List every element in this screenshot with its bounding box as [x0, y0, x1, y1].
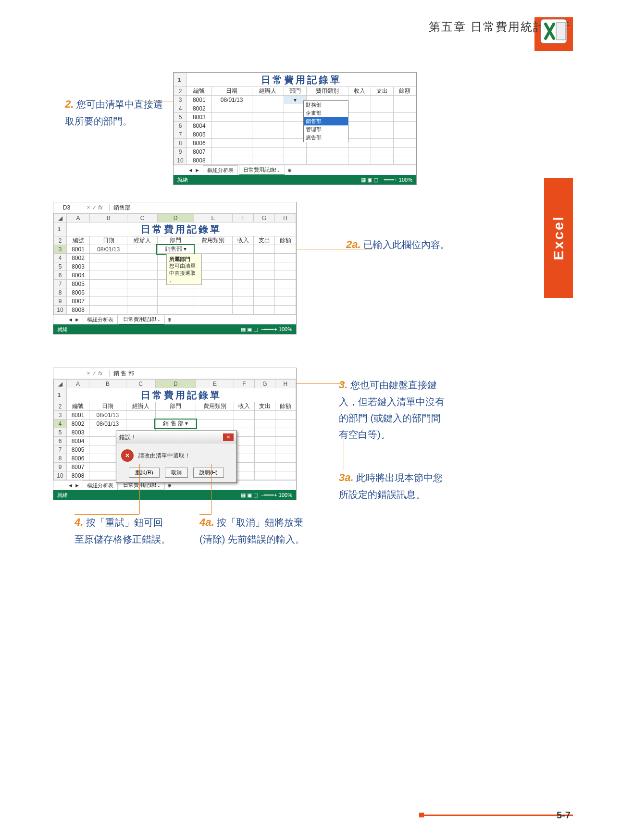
tooltip: 所屬部門 您可由清單 中直接選取 。 [166, 254, 202, 285]
error-icon: ✕ [121, 449, 134, 462]
footer-bar [419, 815, 573, 816]
help-button[interactable]: 說明(H) [193, 468, 224, 478]
callout-4: 4. 按「重試」鈕可回至原儲存格修正錯誤。 [75, 513, 171, 547]
screenshot-2: D3 × ✓ fx 銷售部 ◢ ABC DEF GH 1日常費用記錄單 2 編號… [53, 202, 297, 334]
screenshot-1: 1日常費用記錄單 2 編號日期經辦人 部門費用類別收入 支出餘額 3800108… [173, 72, 417, 185]
callout-3a: 3a. 此時將出現本節中您所設定的錯誤訊息。 [339, 469, 447, 503]
cell-d4-invalid[interactable]: 銷 售 部 ▾ [155, 420, 196, 428]
sheet-tabs[interactable]: ◄ ► 樞紐分析表日常費用記錄!... ⊕ [174, 165, 416, 175]
zoom-controls[interactable]: ▦ ▣ ▢ −━━━+ 100% [361, 177, 412, 183]
connector-line [211, 464, 212, 514]
dropdown-list[interactable]: 財務部 企畫部 銷售部 管理部 廣告部 [303, 100, 348, 142]
cell-d3-filled[interactable]: 銷售部 ▾ [157, 245, 194, 254]
side-tab-excel: Excel [544, 178, 573, 298]
connector-line [75, 514, 139, 515]
close-icon[interactable]: ✕ [223, 433, 234, 441]
chapter-title: 第五章 日常費用統計分析 [321, 19, 571, 35]
retry-button[interactable]: 重試(R) [129, 468, 159, 478]
excel-logo-icon [537, 17, 571, 46]
formula-bar[interactable]: D3 × ✓ fx 銷售部 [53, 202, 296, 213]
callout-4a: 4a. 按「取消」鈕將放棄 (清除) 先前錯誤的輸入。 [199, 513, 305, 547]
callout-2a: 2a. 已輸入此欄位內容。 [346, 235, 457, 253]
connector-line [139, 464, 140, 514]
callout-3: 3. 您也可由鍵盤直接鍵入，但若鍵入清單中沒有的部門 (或鍵入的部門間有空白等)… [339, 376, 447, 443]
callout-2: 2. 您可由清單中直接選取所要的部門。 [65, 95, 171, 129]
connector-line [199, 514, 211, 515]
cancel-button[interactable]: 取消 [165, 468, 188, 478]
footer-dot [419, 813, 424, 817]
connector-line [344, 439, 344, 470]
error-dialog: 錯誤！✕ ✕請改由清單中選取！ 重試(R) 取消 說明(H) [116, 431, 237, 483]
page-number: 5-7 [557, 810, 571, 821]
status-text: 就緒 [177, 176, 188, 184]
screenshot-3: × ✓ fx銷 售 部 ◢ ABC DEF GH 1日常費用記錄單 2 編號日期… [53, 368, 297, 500]
dialog-message: 請改由清單中選取！ [138, 452, 190, 460]
svg-rect-1 [556, 23, 566, 40]
dialog-title: 錯誤！ [119, 433, 137, 442]
